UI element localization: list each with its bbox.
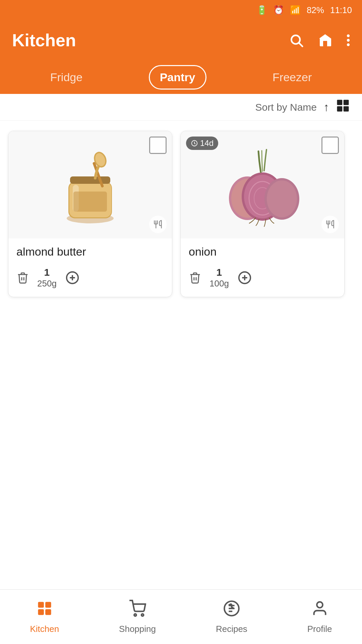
recipes-icon xyxy=(223,600,240,621)
home-button[interactable] xyxy=(317,32,333,48)
clock-time: 11:10 xyxy=(330,5,352,15)
category-tabs: Fridge Pantry Freezer xyxy=(0,60,362,94)
svg-rect-35 xyxy=(45,602,51,607)
delete-button-onion[interactable] xyxy=(189,271,201,284)
tab-fridge[interactable]: Fridge xyxy=(40,66,93,89)
svg-point-3 xyxy=(347,35,350,37)
wifi-icon: 📶 xyxy=(290,5,301,15)
item-qty-num-almond: 1 xyxy=(44,266,50,278)
onion-image xyxy=(222,141,303,228)
almond-butter-image xyxy=(57,141,124,228)
svg-rect-37 xyxy=(45,609,51,615)
app-header: Kitchen xyxy=(0,20,362,60)
tab-freezer[interactable]: Freezer xyxy=(262,66,322,89)
data-icon: 🔋 xyxy=(256,5,267,15)
timer-badge-onion: 14d xyxy=(186,137,218,150)
sort-arrow-button[interactable]: ↑ xyxy=(323,101,329,114)
alarm-icon: ⏰ xyxy=(273,5,284,15)
item-name-onion: onion xyxy=(189,245,336,258)
item-actions-almond: 1 250g xyxy=(16,266,164,289)
svg-rect-6 xyxy=(337,100,343,105)
svg-rect-36 xyxy=(38,609,44,615)
app-title: Kitchen xyxy=(12,30,289,50)
nav-shopping-label: Shopping xyxy=(119,624,156,634)
item-qty-unit-onion: 100g xyxy=(209,278,229,289)
item-card-almond-butter: almond butter 1 250g xyxy=(8,131,172,297)
svg-rect-7 xyxy=(344,100,349,105)
item-actions-onion: 1 100g xyxy=(189,266,336,289)
nav-kitchen-label: Kitchen xyxy=(30,624,59,634)
item-qty-unit-almond: 250g xyxy=(37,278,57,289)
item-image-wrap-onion: 14d xyxy=(181,131,344,238)
search-button[interactable] xyxy=(289,33,304,48)
add-button-onion[interactable] xyxy=(237,270,252,285)
item-card-body-almond: almond butter 1 250g xyxy=(8,238,172,297)
item-select-checkbox-almond[interactable] xyxy=(149,137,167,154)
battery-percent: 82% xyxy=(307,5,324,15)
svg-point-39 xyxy=(141,614,144,616)
item-image-wrap xyxy=(8,131,172,238)
recipe-icon-almond[interactable] xyxy=(149,216,167,233)
nav-recipes-label: Recipes xyxy=(216,624,247,634)
svg-line-1 xyxy=(299,43,302,46)
item-quantity-onion: 1 100g xyxy=(209,266,229,289)
svg-point-29 xyxy=(267,180,297,217)
svg-rect-8 xyxy=(337,106,343,112)
nav-profile-label: Profile xyxy=(307,624,332,634)
svg-point-4 xyxy=(347,39,350,42)
svg-rect-14 xyxy=(73,192,107,212)
shopping-icon xyxy=(129,600,146,621)
delete-button-almond[interactable] xyxy=(16,271,29,284)
item-quantity-almond: 1 250g xyxy=(37,266,57,289)
more-button[interactable] xyxy=(347,33,350,48)
sort-bar: Sort by Name ↑ xyxy=(0,94,362,121)
timer-label-onion: 14d xyxy=(200,139,214,148)
profile-icon xyxy=(311,600,328,621)
tab-pantry[interactable]: Pantry xyxy=(149,65,206,90)
svg-point-40 xyxy=(317,602,322,607)
item-name-almond: almond butter xyxy=(16,245,164,258)
svg-point-38 xyxy=(134,614,136,616)
nav-shopping[interactable]: Shopping xyxy=(112,596,163,638)
svg-rect-15 xyxy=(70,176,110,184)
header-actions xyxy=(289,32,350,48)
item-card-onion: 14d onion xyxy=(180,131,345,297)
item-card-body-onion: onion 1 100g xyxy=(181,238,344,297)
add-button-almond[interactable] xyxy=(65,270,80,285)
sort-label: Sort by Name xyxy=(255,102,317,113)
grid-view-button[interactable] xyxy=(336,99,350,116)
item-select-checkbox-onion[interactable] xyxy=(321,137,339,154)
svg-rect-2 xyxy=(323,41,327,46)
svg-rect-9 xyxy=(344,106,349,112)
items-grid: almond butter 1 250g xyxy=(0,121,362,307)
status-bar: 🔋 ⏰ 📶 82% 11:10 xyxy=(0,0,362,20)
svg-point-5 xyxy=(347,43,350,46)
recipe-icon-onion[interactable] xyxy=(321,216,339,233)
nav-recipes[interactable]: Recipes xyxy=(209,596,254,638)
kitchen-icon xyxy=(36,600,53,621)
item-qty-num-onion: 1 xyxy=(217,266,222,278)
nav-profile[interactable]: Profile xyxy=(301,596,339,638)
bottom-nav: Kitchen Shopping Recipes xyxy=(0,589,362,644)
svg-rect-34 xyxy=(38,602,44,607)
nav-kitchen[interactable]: Kitchen xyxy=(23,596,66,638)
